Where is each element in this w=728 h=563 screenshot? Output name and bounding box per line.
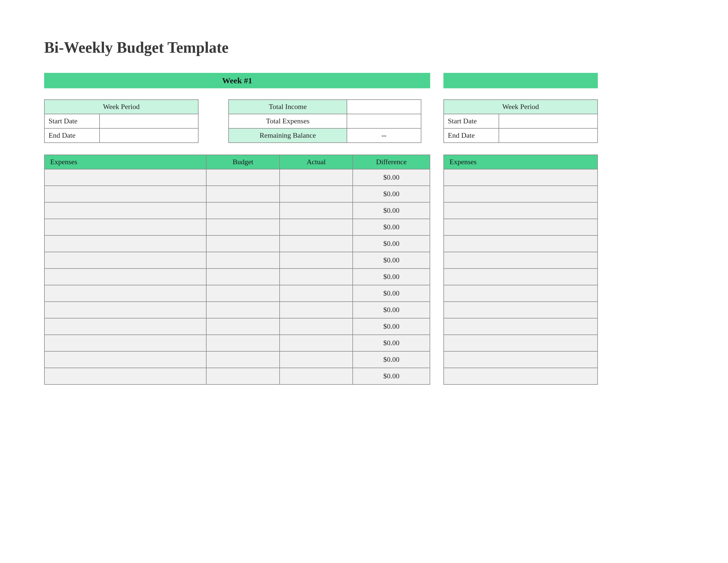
- cell-expenses[interactable]: [444, 368, 598, 385]
- cell-expenses[interactable]: [444, 318, 598, 335]
- cell-expenses[interactable]: [44, 186, 206, 202]
- total-income-label: Total Income: [229, 100, 347, 114]
- cell-expenses[interactable]: [444, 169, 598, 186]
- cell-expenses[interactable]: [44, 368, 206, 385]
- week2-end-value[interactable]: [499, 128, 598, 143]
- table-row: $0.00: [44, 268, 430, 285]
- week2-end-label: End Date: [444, 128, 499, 143]
- table-row: $0.00: [44, 285, 430, 302]
- cell-actual[interactable]: [280, 235, 353, 252]
- cell-budget[interactable]: [206, 368, 280, 385]
- cell-budget[interactable]: [206, 186, 280, 202]
- remaining-balance-label: Remaining Balance: [229, 128, 347, 143]
- cell-expenses[interactable]: [44, 235, 206, 252]
- table-row: $0.00: [44, 252, 430, 268]
- week1-summary-row: Week Period Start Date End Date Total In…: [44, 99, 430, 143]
- cell-budget[interactable]: [206, 285, 280, 302]
- table-row: $0.00: [44, 351, 430, 368]
- cell-expenses[interactable]: [444, 219, 598, 235]
- cell-budget[interactable]: [206, 335, 280, 351]
- table-row: [444, 235, 598, 252]
- cell-expenses[interactable]: [444, 302, 598, 318]
- table-row: [444, 351, 598, 368]
- page-title: Bi-Weekly Budget Template: [44, 39, 684, 56]
- week2-period-table: Week Period Start Date End Date: [443, 99, 598, 143]
- week2-summary-row: Week Period Start Date End Date: [443, 99, 598, 143]
- col-header-budget: Budget: [206, 155, 280, 169]
- cell-budget[interactable]: [206, 235, 280, 252]
- cell-budget[interactable]: [206, 252, 280, 268]
- cell-difference: $0.00: [353, 186, 430, 202]
- week1-start-value[interactable]: [100, 114, 198, 128]
- remaining-balance-value: --: [347, 128, 421, 143]
- cell-actual[interactable]: [280, 268, 353, 285]
- week1-start-label: Start Date: [44, 114, 100, 128]
- cell-budget[interactable]: [206, 219, 280, 235]
- table-row: [444, 335, 598, 351]
- col-header-expenses: Expenses: [44, 155, 206, 169]
- cell-budget[interactable]: [206, 318, 280, 335]
- week1-end-label: End Date: [44, 128, 100, 143]
- cell-budget[interactable]: [206, 202, 280, 219]
- cell-difference: $0.00: [353, 202, 430, 219]
- cell-budget[interactable]: [206, 268, 280, 285]
- total-expenses-label: Total Expenses: [229, 114, 347, 128]
- table-row: $0.00: [44, 302, 430, 318]
- cell-difference: $0.00: [353, 252, 430, 268]
- cell-actual[interactable]: [280, 368, 353, 385]
- week2-start-value[interactable]: [499, 114, 598, 128]
- cell-expenses[interactable]: [44, 202, 206, 219]
- cell-expenses[interactable]: [44, 302, 206, 318]
- cell-expenses[interactable]: [44, 351, 206, 368]
- cell-actual[interactable]: [280, 202, 353, 219]
- cell-difference: $0.00: [353, 285, 430, 302]
- cell-expenses[interactable]: [44, 268, 206, 285]
- total-expenses-value: [347, 114, 421, 128]
- cell-expenses[interactable]: [44, 169, 206, 186]
- cell-expenses[interactable]: [444, 351, 598, 368]
- week1-banner: Week #1: [44, 73, 430, 88]
- cell-expenses[interactable]: [444, 268, 598, 285]
- week1-column: Week #1 Week Period Start Date End Date …: [44, 73, 430, 385]
- col-header-actual: Actual: [280, 155, 353, 169]
- cell-budget[interactable]: [206, 169, 280, 186]
- cell-difference: $0.00: [353, 351, 430, 368]
- cell-actual[interactable]: [280, 302, 353, 318]
- week1-period-table: Week Period Start Date End Date: [44, 99, 199, 143]
- cell-actual[interactable]: [280, 335, 353, 351]
- cell-difference: $0.00: [353, 318, 430, 335]
- table-row: $0.00: [44, 335, 430, 351]
- cell-expenses[interactable]: [444, 285, 598, 302]
- week2-column: Week Period Start Date End Date Expenses: [443, 73, 598, 385]
- cell-actual[interactable]: [280, 169, 353, 186]
- cell-expenses[interactable]: [444, 335, 598, 351]
- week2-banner: [443, 73, 598, 88]
- week1-totals-table: Total Income Total Expenses Remaining Ba…: [228, 99, 421, 143]
- week1-expenses-table: Expenses Budget Actual Difference $0.00$…: [44, 154, 430, 385]
- cell-expenses[interactable]: [444, 186, 598, 202]
- week1-end-value[interactable]: [100, 128, 198, 143]
- cell-expenses[interactable]: [444, 235, 598, 252]
- cell-expenses[interactable]: [44, 252, 206, 268]
- table-row: $0.00: [44, 318, 430, 335]
- cell-actual[interactable]: [280, 186, 353, 202]
- cell-actual[interactable]: [280, 219, 353, 235]
- table-row: $0.00: [44, 368, 430, 385]
- cell-expenses[interactable]: [444, 252, 598, 268]
- cell-expenses[interactable]: [44, 285, 206, 302]
- week2-period-header: Week Period: [444, 100, 598, 114]
- cell-budget[interactable]: [206, 351, 280, 368]
- total-income-value[interactable]: [347, 100, 421, 114]
- cell-budget[interactable]: [206, 302, 280, 318]
- cell-actual[interactable]: [280, 318, 353, 335]
- cell-expenses[interactable]: [44, 318, 206, 335]
- week2-start-label: Start Date: [444, 114, 499, 128]
- table-row: [444, 268, 598, 285]
- cell-actual[interactable]: [280, 351, 353, 368]
- cell-expenses[interactable]: [44, 219, 206, 235]
- cell-expenses[interactable]: [444, 202, 598, 219]
- cell-actual[interactable]: [280, 285, 353, 302]
- cell-expenses[interactable]: [44, 335, 206, 351]
- cell-actual[interactable]: [280, 252, 353, 268]
- cell-difference: $0.00: [353, 235, 430, 252]
